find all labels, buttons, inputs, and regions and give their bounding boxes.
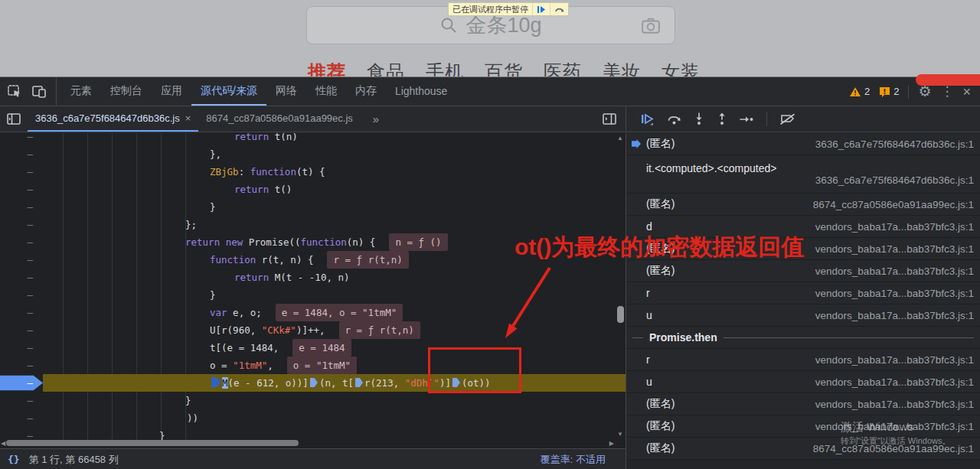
frame-function-name: (匿名)	[646, 419, 675, 433]
code-line[interactable]: –ZBjGb: function(t) {	[0, 163, 626, 181]
coverage-link[interactable]: 覆盖率: 不适用	[541, 453, 606, 467]
frame-location-link[interactable]: 3636_c6a7e75f684647d6b36c.js:1	[815, 138, 974, 150]
scroll-left-arrow[interactable]: ◀	[1, 440, 5, 447]
scroll-right-arrow[interactable]: ▶	[609, 440, 614, 447]
devtools-tab-网络[interactable]: 网络	[266, 77, 306, 106]
frame-location-link[interactable]: vendors_baba17a...bab37bfc3.js:1	[815, 354, 974, 366]
frame-location-link[interactable]: 3636_c6a7e75f684647d6b36c.js:1	[815, 174, 974, 186]
devtools-tab-内存[interactable]: 内存	[346, 77, 386, 106]
frame-location-link[interactable]: vendors_baba17a...bab37bfc3.js:1	[815, 221, 974, 233]
toggle-debugger-sidebar-icon[interactable]	[603, 106, 626, 132]
token: (n, t[	[319, 377, 354, 389]
call-stack-list: (匿名)3636_c6a7e75f684647d6b36c.js:1it.<co…	[626, 133, 980, 460]
annotation-rectangle	[428, 347, 521, 393]
token: o =	[210, 360, 233, 371]
file-tab-second[interactable]: 8674_cc87a0586e0a91aa99ec.js	[198, 106, 361, 132]
frame-function-name: (匿名)	[646, 197, 675, 211]
token: t()	[269, 184, 292, 195]
code-line[interactable]: –}	[0, 392, 626, 409]
code-text: }	[43, 198, 216, 216]
more-tabs-chevron[interactable]: »	[361, 106, 390, 132]
console-warnings-counter[interactable]: 2	[849, 86, 870, 97]
more-options-kebab-icon[interactable]: ⋮	[940, 85, 953, 98]
gutter-fold-marker: –	[0, 251, 43, 269]
code-text: o = "1tmM",o = "1tmM"	[43, 357, 357, 374]
code-line[interactable]: –}	[0, 198, 626, 216]
show-navigator-icon[interactable]	[0, 106, 28, 132]
device-toolbar-icon[interactable]	[32, 86, 47, 98]
inline-breakpoint-marker[interactable]	[355, 378, 363, 387]
code-line[interactable]: –};	[0, 216, 626, 233]
close-tab-icon[interactable]: ×	[185, 112, 191, 124]
call-stack-frame[interactable]: (匿名)vendors_baba17a...bab37bfc3.js:1	[626, 260, 980, 282]
devtools-tab-元素[interactable]: 元素	[61, 77, 101, 106]
frame-location-link[interactable]: vendors_baba17a...bab37bfc3.js:1	[815, 265, 974, 277]
token: ,	[267, 360, 273, 371]
horizontal-scrollbar-thumb[interactable]	[6, 440, 299, 446]
settings-gear-icon[interactable]: ⚙	[918, 84, 931, 99]
devtools-tab-应用[interactable]: 应用	[152, 77, 191, 106]
step-out-button[interactable]	[717, 112, 727, 125]
current-position-marker[interactable]	[211, 377, 220, 387]
issues-counter[interactable]: 2	[879, 86, 899, 97]
toast-step-icon[interactable]	[550, 3, 568, 15]
code-line[interactable]: –},	[0, 145, 626, 163]
call-stack-frame[interactable]: it.<computed>.<computed>3636_c6a7e75f684…	[626, 155, 980, 194]
file-tab-label: 8674_cc87a0586e0a91aa99ec.js	[206, 112, 353, 124]
code-line[interactable]: –))	[0, 409, 626, 427]
inspect-element-icon[interactable]	[8, 85, 21, 98]
devtools-tab-Lighthouse[interactable]: Lighthouse	[386, 77, 457, 106]
gutter-fold-marker: –	[0, 145, 43, 163]
call-stack-frame[interactable]: rvendors_baba17a...bab37bfc3.js:1	[626, 282, 980, 305]
frame-function-name: r	[646, 287, 650, 299]
execution-pointer-badge: –	[0, 374, 43, 392]
call-stack-frame[interactable]: rvendors_baba17a...bab37bfc3.js:1	[626, 349, 980, 371]
frame-location-link[interactable]: vendors_baba17a...bab37bfc3.js:1	[815, 243, 974, 255]
devtools-tab-性能[interactable]: 性能	[306, 77, 346, 106]
inline-breakpoint-marker[interactable]	[310, 378, 318, 387]
gutter-fold-marker: –	[0, 321, 43, 339]
code-line[interactable]: –return t(n)	[0, 133, 626, 145]
step-button[interactable]	[740, 115, 754, 124]
code-line[interactable]: –M(e - 612, o))](n, t[r(213, "dDh`")](ot…	[0, 374, 626, 392]
pretty-print-icon[interactable]: {}	[8, 454, 20, 465]
devtools-tab-控制台[interactable]: 控制台	[101, 77, 152, 106]
token: t(n)	[269, 133, 298, 142]
file-tab-active[interactable]: 3636_c6a7e75f684647d6b36c.js ×	[28, 106, 198, 132]
close-devtools-icon[interactable]: ×	[962, 85, 971, 99]
scroll-up-arrow[interactable]: ▲	[617, 135, 623, 142]
cursor-position-label: 第 1 行, 第 66458 列	[29, 453, 119, 467]
inline-value-badge: e = 1484	[292, 339, 351, 357]
camera-icon[interactable]	[641, 16, 661, 36]
frame-location-link[interactable]: vendors_baba17a...bab37bfc3.js:1	[815, 376, 974, 388]
call-stack-frame[interactable]: uvendors_baba17a...bab37bfc3.js:1	[626, 305, 980, 327]
frame-location-link[interactable]: 8674_cc87a0586e0a91aa99ec.js:1	[813, 199, 974, 210]
horizontal-scrollbar[interactable]	[0, 440, 615, 447]
token: r(213,	[364, 377, 405, 389]
frame-location-link[interactable]: vendors_baba17a...bab37bfc3.js:1	[815, 288, 974, 299]
call-stack-frame[interactable]: uvendors_baba17a...bab37bfc3.js:1	[626, 371, 980, 393]
devtools-tab-源代码/来源[interactable]: 源代码/来源	[191, 77, 266, 106]
frame-location-link[interactable]: vendors_baba17a...bab37bfc3.js:1	[815, 399, 974, 410]
frame-function-name: (匿名)	[646, 397, 675, 411]
step-into-button[interactable]	[694, 112, 704, 125]
call-stack-frame[interactable]: (匿名)vendors_baba17a...bab37bfc3.js:1	[626, 393, 980, 415]
resume-script-button[interactable]	[640, 113, 655, 125]
token: ))	[187, 412, 198, 424]
devtools-tabs: 元素控制台应用源代码/来源网络性能内存Lighthouse	[61, 77, 456, 106]
step-over-button[interactable]	[667, 113, 681, 125]
vertical-scrollbar-thumb[interactable]	[617, 306, 624, 323]
code-line[interactable]: –o = "1tmM",o = "1tmM"	[0, 357, 626, 374]
toast-resume-icon[interactable]	[532, 3, 550, 15]
token: }	[210, 201, 216, 213]
deactivate-breakpoints-button[interactable]	[779, 113, 796, 125]
sources-toolbar-row: 3636_c6a7e75f684647d6b36c.js × 8674_cc87…	[0, 106, 980, 132]
token: function	[210, 254, 256, 265]
scroll-down-arrow[interactable]: ▼	[617, 431, 623, 438]
frame-location-link[interactable]: vendors_baba17a...bab37bfc3.js:1	[815, 310, 974, 321]
call-stack-frame[interactable]: (匿名)3636_c6a7e75f684647d6b36c.js:1	[626, 133, 980, 155]
token: return	[234, 272, 269, 283]
call-stack-frame[interactable]: (匿名)8674_cc87a0586e0a91aa99ec.js:1	[626, 194, 980, 216]
code-line[interactable]: –return t()	[0, 181, 626, 198]
token: U[r(960,	[210, 324, 262, 336]
